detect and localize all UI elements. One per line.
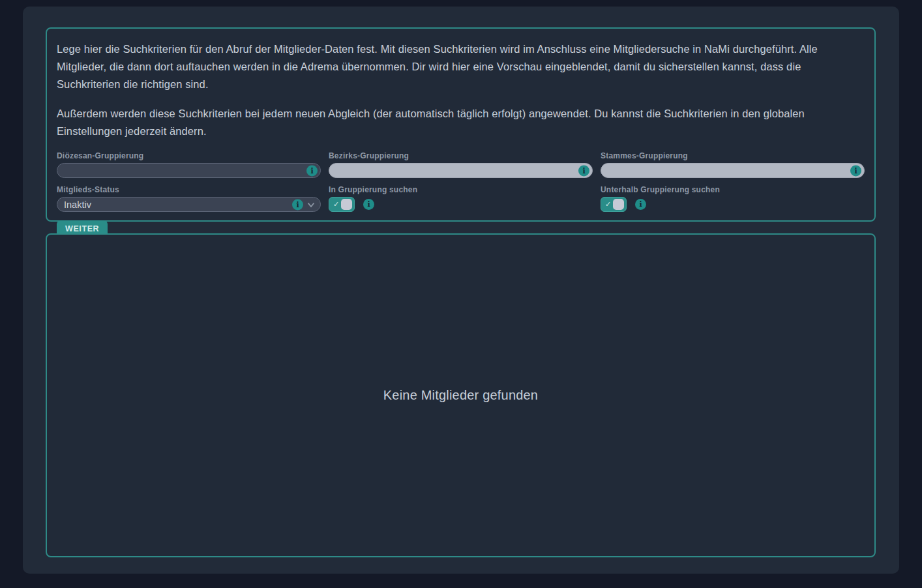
bezirks-gruppierung-input[interactable] — [329, 163, 593, 178]
mitglieds-status-select[interactable]: Inaktiv — [57, 197, 321, 212]
field-dioezesan-gruppierung: Diözesan-Gruppierung i — [57, 151, 321, 178]
main-card: Lege hier die Suchkriterien für den Abru… — [23, 7, 899, 574]
info-icon[interactable]: i — [363, 199, 374, 210]
info-icon[interactable]: i — [578, 165, 589, 176]
field-stammes-gruppierung: Stammes-Gruppierung i — [601, 151, 865, 178]
chevron-down-icon[interactable] — [306, 199, 316, 210]
results-panel: Keine Mitglieder gefunden — [46, 233, 876, 557]
in-gruppierung-suchen-toggle[interactable]: ✓ — [329, 197, 355, 212]
stammes-gruppierung-input[interactable] — [601, 163, 865, 178]
info-icon[interactable]: i — [292, 199, 303, 210]
intro-paragraph-1: Lege hier die Suchkriterien für den Abru… — [57, 40, 865, 93]
dioezesan-gruppierung-label: Diözesan-Gruppierung — [57, 151, 321, 160]
stammes-gruppierung-label: Stammes-Gruppierung — [601, 151, 865, 160]
unterhalb-gruppierung-suchen-label: Unterhalb Gruppierung suchen — [601, 185, 865, 194]
dioezesan-gruppierung-input[interactable] — [57, 163, 321, 178]
field-in-gruppierung-suchen: In Gruppierung suchen ✓ i — [329, 185, 593, 212]
check-icon: ✓ — [333, 201, 339, 208]
field-bezirks-gruppierung: Bezirks-Gruppierung i — [329, 151, 593, 178]
mitglieds-status-label: Mitglieds-Status — [57, 185, 321, 194]
info-icon[interactable]: i — [850, 165, 861, 176]
intro-paragraph-2: Außerdem werden diese Suchkriterien bei … — [57, 105, 865, 140]
toggle-knob — [613, 199, 624, 210]
empty-results-message: Keine Mitglieder gefunden — [383, 388, 538, 403]
info-icon[interactable]: i — [635, 199, 646, 210]
criteria-form: Diözesan-Gruppierung i Bezirks-Gruppieru… — [57, 151, 865, 212]
unterhalb-gruppierung-suchen-toggle[interactable]: ✓ — [601, 197, 627, 212]
search-criteria-panel: Lege hier die Suchkriterien für den Abru… — [46, 27, 876, 222]
check-icon: ✓ — [605, 201, 611, 208]
field-mitglieds-status: Mitglieds-Status Inaktiv i — [57, 185, 321, 212]
in-gruppierung-suchen-label: In Gruppierung suchen — [329, 185, 593, 194]
bezirks-gruppierung-label: Bezirks-Gruppierung — [329, 151, 593, 160]
mitglieds-status-value: Inaktiv — [64, 199, 91, 210]
field-unterhalb-gruppierung-suchen: Unterhalb Gruppierung suchen ✓ i — [601, 185, 865, 212]
info-icon[interactable]: i — [306, 165, 318, 176]
toggle-knob — [341, 199, 352, 210]
intro-text: Lege hier die Suchkriterien für den Abru… — [57, 40, 865, 140]
